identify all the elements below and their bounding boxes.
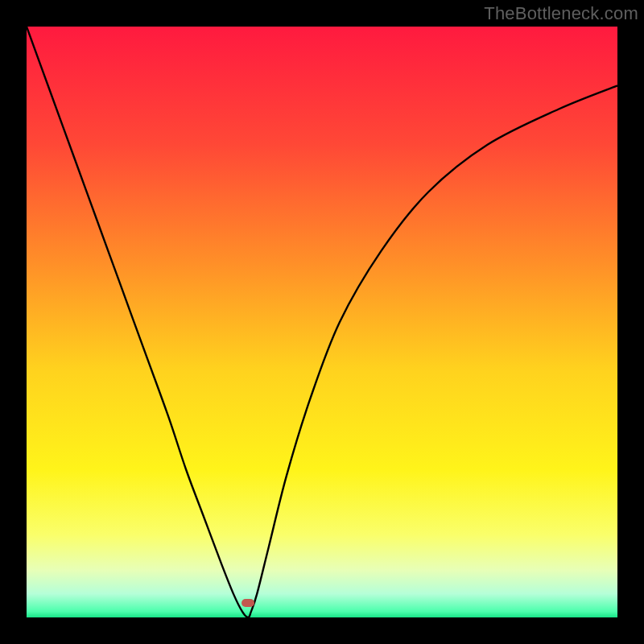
watermark-text: TheBottleneck.com — [484, 3, 638, 24]
curve-layer — [27, 27, 617, 617]
optimum-marker — [242, 599, 254, 607]
plot-area — [27, 27, 617, 617]
chart-frame: TheBottleneck.com — [0, 0, 644, 644]
bottleneck-curve — [27, 27, 617, 617]
